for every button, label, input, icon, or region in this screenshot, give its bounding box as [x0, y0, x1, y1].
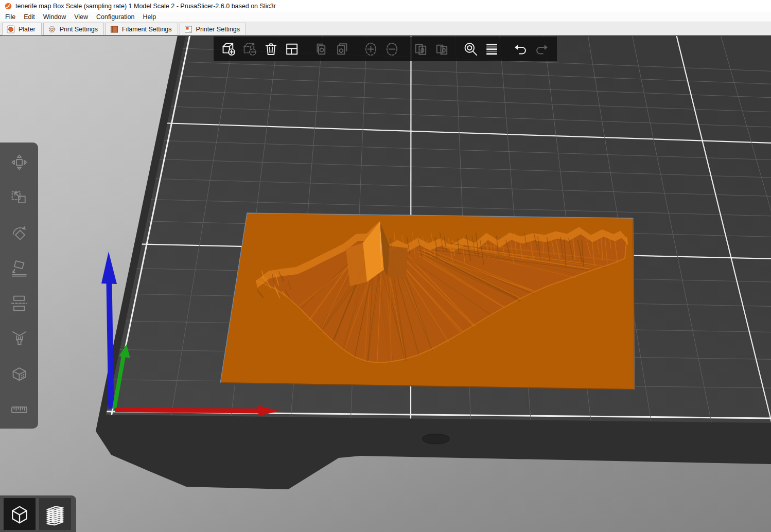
- preview-view-button[interactable]: [39, 498, 71, 530]
- scale-icon: [10, 188, 29, 207]
- move-gizmo-button[interactable]: [7, 150, 31, 174]
- add-button[interactable]: [218, 38, 239, 60]
- paint-on-supports-gizmo-button[interactable]: [7, 326, 31, 351]
- bed-and-model-scene[interactable]: [0, 36, 771, 532]
- menu-item-view[interactable]: View: [70, 13, 92, 21]
- seam-painting-gizmo-button[interactable]: [7, 361, 31, 386]
- rotate-icon: [10, 223, 29, 242]
- delete-all-icon: [263, 41, 279, 57]
- redo-icon: [534, 41, 550, 57]
- cut-gizmo-button[interactable]: [7, 291, 31, 315]
- arrange-button[interactable]: [282, 38, 303, 60]
- move-icon: [10, 153, 29, 172]
- scale-gizmo-button[interactable]: [7, 185, 31, 210]
- tab-label: Plater: [19, 26, 36, 33]
- menu-item-edit[interactable]: Edit: [20, 13, 39, 21]
- add-instance-icon: [363, 41, 379, 57]
- tab-filament-settings[interactable]: Filament Settings: [106, 23, 178, 35]
- search-icon: [463, 41, 479, 57]
- menu-item-help[interactable]: Help: [138, 13, 160, 21]
- view-mode-switch: [0, 495, 76, 532]
- add-instance-button: [360, 38, 381, 60]
- app-logo-icon: [5, 3, 12, 10]
- top-toolbar: [214, 37, 557, 61]
- split-to-objects-icon: [413, 41, 429, 57]
- measure-icon: [10, 399, 29, 418]
- undo-button[interactable]: [510, 38, 531, 60]
- measure-gizmo-button[interactable]: [7, 397, 31, 421]
- place-on-face-gizmo-button[interactable]: [7, 256, 31, 280]
- tab-printer-settings[interactable]: Printer Settings: [180, 23, 246, 35]
- tab-label: Print Settings: [60, 26, 98, 33]
- remove-instance-icon: [384, 41, 400, 57]
- window-title: tenerife map Box Scale (sampling rate) 1…: [15, 3, 276, 10]
- title-bar: tenerife map Box Scale (sampling rate) 1…: [0, 0, 771, 12]
- viewport-3d[interactable]: [0, 36, 771, 532]
- tab-label: Filament Settings: [122, 26, 172, 33]
- preview-view-icon: [43, 502, 67, 526]
- split-to-objects-button: [410, 38, 431, 60]
- add-icon: [221, 41, 237, 57]
- gizmo-toolbar: [0, 143, 38, 429]
- undo-icon: [513, 41, 529, 57]
- copy-button: [310, 38, 331, 60]
- printer-settings-icon: [184, 25, 192, 33]
- tab-print-settings[interactable]: Print Settings: [43, 23, 104, 35]
- bed-frame-hole: [423, 434, 449, 444]
- seam-painting-icon: [10, 364, 29, 383]
- split-to-parts-icon: [434, 41, 450, 57]
- tab-plater[interactable]: Plater: [2, 23, 42, 35]
- paste-icon: [334, 41, 350, 57]
- plater-icon: [7, 25, 15, 33]
- 3d-editor-view-button[interactable]: [4, 498, 36, 530]
- rotate-gizmo-button[interactable]: [7, 220, 31, 245]
- tab-label: Printer Settings: [196, 26, 240, 33]
- delete-button: [239, 38, 260, 60]
- search-button[interactable]: [460, 38, 481, 60]
- place-on-face-icon: [10, 258, 29, 277]
- redo-button: [531, 38, 552, 60]
- menu-bar: FileEditWindowViewConfigurationHelp: [0, 12, 771, 22]
- arrange-icon: [284, 41, 300, 57]
- delete-icon: [242, 41, 258, 57]
- split-to-parts-button: [431, 38, 452, 60]
- copy-icon: [313, 41, 329, 57]
- menu-item-configuration[interactable]: Configuration: [92, 13, 138, 21]
- variable-layer-height-icon: [484, 41, 500, 57]
- tab-bar: PlaterPrint SettingsFilament SettingsPri…: [0, 22, 771, 36]
- paste-button: [331, 38, 353, 60]
- menu-item-window[interactable]: Window: [39, 13, 70, 21]
- print-settings-icon: [48, 25, 56, 33]
- axis-z-arrow: [101, 252, 117, 284]
- paint-on-supports-icon: [10, 329, 29, 348]
- model-tenerife-terrain[interactable]: [220, 213, 635, 389]
- delete-all-button[interactable]: [260, 38, 282, 60]
- remove-instance-button: [381, 38, 402, 60]
- variable-layer-height-button[interactable]: [481, 38, 502, 60]
- cut-icon: [10, 294, 29, 313]
- 3d-editor-view-icon: [8, 502, 31, 526]
- menu-item-file[interactable]: File: [1, 13, 20, 21]
- filament-settings-icon: [110, 25, 118, 33]
